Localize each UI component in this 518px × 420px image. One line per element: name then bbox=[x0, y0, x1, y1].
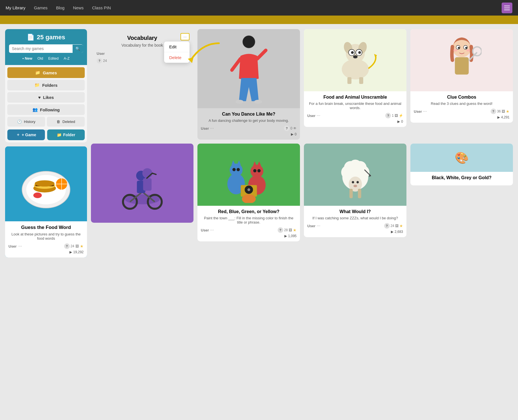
vocab-more-button[interactable]: ··· bbox=[180, 33, 190, 40]
svg-point-64 bbox=[349, 160, 361, 172]
star-icon: ★ bbox=[293, 228, 297, 232]
clue-body: Clue Combos Read the 3 clues and guess t… bbox=[410, 91, 513, 123]
red-blue-body: Red, Blue, Green, or Yellow? Paint the t… bbox=[197, 206, 300, 241]
menu-line bbox=[504, 6, 510, 6]
clue-meta: ? 36 🖼 ★ bbox=[491, 109, 510, 114]
black-card: 🎨 Black, White, Grey or Gold? bbox=[410, 144, 513, 185]
svg-point-21 bbox=[358, 51, 361, 54]
search-bar: 🔍 bbox=[9, 44, 83, 53]
food-animal-user: User bbox=[307, 114, 315, 118]
what-footer: User ··· ? 24 🖼 ★ bbox=[307, 223, 403, 229]
food-animal-more[interactable]: ··· bbox=[317, 113, 320, 118]
svg-marker-51 bbox=[253, 161, 256, 166]
history-button[interactable]: 🕐 History bbox=[7, 117, 45, 127]
folders-icon: 📁 bbox=[34, 83, 40, 88]
food-word-body: Guess the Food Word Look at these pictur… bbox=[5, 221, 87, 257]
svg-point-67 bbox=[356, 181, 359, 183]
food-animal-desc: For a fun brain break, unscramble these … bbox=[307, 101, 403, 110]
star-icon: ★ bbox=[506, 109, 510, 114]
food-animal-card: Food and Animal Unscramble For a fun bra… bbox=[304, 29, 406, 127]
image-icon: 🖼 bbox=[395, 224, 399, 228]
footer-left: User ··· bbox=[8, 244, 22, 249]
svg-point-29 bbox=[458, 47, 460, 49]
sidebar-header: 📄 25 games 🔍 New Old Edited A-Z bbox=[5, 29, 87, 65]
cards-row-2: Red, Blue, Green, or Yellow? Paint the t… bbox=[91, 144, 513, 241]
vocab-edit-item[interactable]: Edit bbox=[164, 42, 190, 52]
following-button[interactable]: 👥 Following bbox=[7, 104, 85, 115]
deleted-button[interactable]: 🗑 Deleted bbox=[47, 117, 85, 127]
svg-point-32 bbox=[466, 49, 470, 52]
red-blue-desc: Paint the town ___: Fill in the missing … bbox=[201, 216, 297, 224]
svg-point-5 bbox=[35, 180, 55, 187]
action-buttons: ＋ + Game 📁 Folder bbox=[7, 129, 85, 140]
play-icon: ▶ bbox=[69, 250, 72, 254]
likes-icon: ♥ bbox=[38, 95, 41, 100]
food-word-image bbox=[5, 146, 87, 221]
food-animal-footer: User ··· ? 1 🖼 ⚡ bbox=[307, 113, 403, 118]
what-user-row: User ··· bbox=[307, 223, 320, 228]
nav-class-pin[interactable]: Class PIN bbox=[92, 5, 111, 10]
search-input[interactable] bbox=[9, 44, 73, 53]
svg-rect-70 bbox=[358, 189, 361, 198]
red-blue-play-row: ▶ 1,095 bbox=[201, 234, 297, 238]
clue-footer: User ··· ? 36 🖼 ★ bbox=[414, 109, 510, 114]
dance-card-body: Can You Dance Like Me? A fun dancing cha… bbox=[197, 108, 300, 140]
likes-button[interactable]: ♥ Likes bbox=[7, 92, 85, 103]
nav-news[interactable]: News bbox=[73, 5, 84, 10]
vocab-delete-item[interactable]: Delete bbox=[164, 52, 190, 63]
image-icon: 🖼 bbox=[75, 244, 79, 248]
sidebar: 📄 25 games 🔍 New Old Edited A-Z 📁 Games … bbox=[5, 29, 87, 257]
svg-point-53 bbox=[253, 169, 256, 172]
svg-line-11 bbox=[257, 50, 266, 59]
search-button[interactable]: 🔍 bbox=[73, 45, 83, 53]
red-blue-image bbox=[197, 144, 300, 206]
nav-my-library[interactable]: My Library bbox=[6, 5, 25, 10]
filter-new[interactable]: New bbox=[21, 56, 34, 61]
black-title: Black, White, Grey or Gold? bbox=[414, 175, 510, 180]
what-body: What Would I? If I was catching some ZZZ… bbox=[304, 206, 406, 237]
filter-row: New Old Edited A-Z bbox=[9, 56, 83, 61]
svg-marker-46 bbox=[237, 160, 241, 165]
nav-menu-button[interactable] bbox=[502, 3, 512, 13]
food-animal-title: Food and Animal Unscramble bbox=[307, 95, 403, 100]
filter-old[interactable]: Old bbox=[36, 56, 45, 61]
svg-point-48 bbox=[236, 168, 240, 171]
games-icon: 📄 bbox=[27, 34, 34, 41]
more-options-button[interactable]: ··· bbox=[18, 244, 22, 249]
vocab-more-wrapper: ··· Edit Delete bbox=[180, 33, 190, 40]
footer-left: User ··· bbox=[201, 228, 214, 233]
vocab-title: Vocabulary bbox=[97, 35, 188, 41]
food-animal-body: Food and Animal Unscramble For a fun bra… bbox=[304, 91, 406, 127]
svg-marker-45 bbox=[231, 160, 235, 165]
folders-button[interactable]: 📁 Folders bbox=[7, 80, 85, 90]
svg-point-66 bbox=[352, 181, 354, 183]
games-button[interactable]: 📁 Games bbox=[7, 67, 85, 78]
what-title: What Would I? bbox=[307, 209, 403, 214]
filter-edited[interactable]: Edited bbox=[47, 56, 60, 61]
vocab-dropdown: Edit Delete bbox=[164, 42, 190, 63]
add-folder-button[interactable]: 📁 Folder bbox=[47, 129, 85, 140]
svg-point-35 bbox=[473, 47, 482, 56]
svg-point-31 bbox=[453, 49, 457, 52]
dance-user-row: User ··· bbox=[201, 126, 214, 131]
what-user: User bbox=[307, 224, 315, 228]
vocab-user: User bbox=[97, 51, 105, 56]
folder-icon: 📁 bbox=[57, 133, 62, 137]
food-word-card: Guess the Food Word Look at these pictur… bbox=[5, 146, 87, 257]
add-game-button[interactable]: ＋ + Game bbox=[7, 129, 45, 140]
what-more[interactable]: ··· bbox=[317, 223, 320, 228]
nav-games[interactable]: Games bbox=[34, 5, 47, 10]
vocab-card: Vocabulary Vocabulary for the book User … bbox=[91, 29, 193, 69]
question-count: ? 24 bbox=[64, 243, 74, 249]
dance-card: Can You Dance Like Me? A fun dancing cha… bbox=[197, 29, 300, 140]
svg-point-20 bbox=[351, 51, 354, 54]
svg-rect-24 bbox=[359, 77, 363, 84]
nav-blog[interactable]: Blog bbox=[56, 5, 64, 10]
red-blue-more[interactable]: ··· bbox=[210, 228, 214, 233]
dance-more-button[interactable]: ··· bbox=[210, 126, 214, 131]
clue-more[interactable]: ··· bbox=[423, 109, 427, 114]
history-deleted-row: 🕐 History 🗑 Deleted bbox=[7, 117, 85, 127]
filter-az[interactable]: A-Z bbox=[62, 56, 71, 61]
red-blue-title: Red, Blue, Green, or Yellow? bbox=[201, 209, 297, 214]
red-blue-card: Red, Blue, Green, or Yellow? Paint the t… bbox=[197, 144, 300, 241]
